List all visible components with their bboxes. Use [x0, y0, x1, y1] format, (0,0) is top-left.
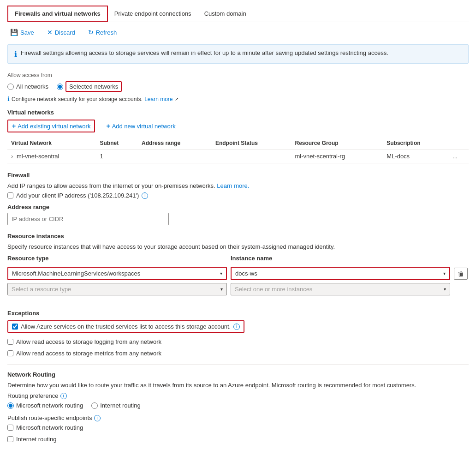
- address-range-input[interactable]: [7, 213, 169, 225]
- routing-preference-label-row: Routing preference i: [7, 392, 469, 399]
- routing-pref-info-icon[interactable]: i: [60, 393, 67, 399]
- trusted-services-checkbox[interactable]: [12, 324, 18, 330]
- col-subscription: Subscription: [383, 137, 449, 150]
- refresh-label: Refresh: [96, 29, 117, 36]
- refresh-button[interactable]: ↻ Refresh: [85, 27, 120, 38]
- selected-networks-option[interactable]: Selected networks: [57, 81, 122, 92]
- vnet-more-cell[interactable]: ...: [449, 150, 469, 163]
- metrics-label: Allow read access to storage metrics fro…: [16, 350, 161, 357]
- instance-name-label: Instance name: [231, 255, 450, 262]
- toolbar: 💾 Save ✕ Discard ↻ Refresh: [7, 27, 469, 38]
- logging-label: Allow read access to storage logging fro…: [16, 338, 161, 345]
- vnet-address-range-cell: [138, 150, 212, 163]
- resource-instances-section: Resource instances Specify resource inst…: [7, 233, 469, 295]
- tab-custom-domain[interactable]: Custom domain: [198, 6, 253, 21]
- trusted-services-label: Allow Azure services on the trusted serv…: [21, 323, 231, 330]
- tab-bar: Firewalls and virtual networks Private e…: [7, 6, 469, 22]
- publish-endpoints-info-icon[interactable]: i: [94, 415, 101, 421]
- add-existing-vnet-button[interactable]: + Add existing virtual network: [7, 120, 95, 132]
- col-address-range: Address range: [138, 137, 212, 150]
- save-label: Save: [20, 29, 34, 36]
- publish-endpoints-label: Publish route-specific endpoints: [7, 414, 92, 421]
- access-section: Allow access from All networks Selected …: [7, 72, 469, 102]
- vnet-subnet-cell: 1: [96, 150, 138, 163]
- resource-type-label: Resource type: [7, 255, 227, 262]
- empty-instance-placeholder: Select one or more instances: [235, 286, 312, 293]
- firewall-learn-more[interactable]: Learn more.: [217, 182, 249, 189]
- address-range-section: Address range: [7, 204, 469, 225]
- vnet-endpoint-status-cell: [212, 150, 292, 163]
- internet-routing-radio[interactable]: [91, 402, 98, 409]
- external-link-icon: ↗: [175, 96, 178, 102]
- internet-routing-option[interactable]: Internet routing: [91, 402, 140, 409]
- resource-type-dropdown[interactable]: Microsoft.MachineLearningServices/worksp…: [7, 267, 227, 280]
- save-button[interactable]: 💾 Save: [7, 27, 37, 38]
- col-actions: [449, 137, 469, 150]
- instance-name-col-header: Instance name: [231, 255, 450, 264]
- virtual-networks-section: Virtual networks + Add existing virtual …: [7, 109, 469, 163]
- col-virtual-network: Virtual Network: [7, 137, 96, 150]
- info-banner-text: Firewall settings allowing access to sto…: [21, 49, 388, 56]
- divider-1: [7, 303, 469, 303]
- empty-instance-dropdown[interactable]: Select one or more instances ▾: [231, 283, 450, 295]
- firewall-description: Add IP ranges to allow access from the i…: [7, 182, 469, 189]
- network-security-text: Configure network security for your stor…: [12, 96, 143, 102]
- routing-preference-label: Routing preference: [7, 392, 59, 399]
- client-ip-info-icon[interactable]: i: [142, 192, 148, 199]
- client-ip-checkbox[interactable]: [7, 192, 13, 198]
- publish-internet-row: Internet routing: [7, 436, 469, 443]
- table-row: › ml-vnet-scentral 1 ml-vnet-scentral-rg…: [7, 150, 469, 163]
- empty-resource-type-dropdown[interactable]: Select a resource type ▾: [7, 283, 227, 295]
- all-networks-label: All networks: [16, 83, 48, 90]
- delete-instance-container: 🗑: [454, 268, 469, 280]
- publish-microsoft-checkbox[interactable]: [7, 425, 13, 431]
- instance-name-dropdown[interactable]: docs-ws ▾: [231, 267, 450, 280]
- logging-checkbox[interactable]: [7, 339, 13, 345]
- firewall-title: Firewall: [7, 172, 469, 179]
- discard-icon: ✕: [47, 29, 53, 36]
- resource-instance-row-0: Microsoft.MachineLearningServices/worksp…: [7, 267, 469, 280]
- save-icon: 💾: [10, 29, 18, 36]
- delete-instance-button[interactable]: 🗑: [454, 268, 468, 280]
- empty-resource-type-placeholder: Select a resource type: [12, 286, 71, 293]
- row-chevron[interactable]: ›: [11, 153, 13, 160]
- publish-internet-checkbox[interactable]: [7, 436, 13, 442]
- network-security-learn-more[interactable]: Learn more: [144, 96, 173, 102]
- internet-routing-label: Internet routing: [100, 402, 140, 409]
- instance-name-dropdown-container: docs-ws ▾: [231, 267, 450, 280]
- plus-icon-2: +: [106, 122, 110, 130]
- info-banner: ℹ Firewall settings allowing access to s…: [7, 44, 469, 64]
- discard-label: Discard: [55, 29, 75, 36]
- metrics-checkbox[interactable]: [7, 350, 13, 356]
- col-endpoint-status: Endpoint Status: [212, 137, 292, 150]
- resource-instances-description: Specify resource instances that will hav…: [7, 243, 469, 250]
- add-existing-label: Add existing virtual network: [18, 123, 90, 130]
- selected-networks-label: Selected networks: [65, 81, 122, 92]
- all-networks-radio[interactable]: [7, 84, 14, 90]
- row-more-button[interactable]: ...: [452, 153, 458, 160]
- selected-networks-radio[interactable]: [57, 84, 63, 90]
- discard-button[interactable]: ✕ Discard: [44, 27, 78, 38]
- vnet-name: ml-vnet-scentral: [17, 153, 59, 160]
- microsoft-routing-radio[interactable]: [7, 402, 14, 409]
- microsoft-routing-option[interactable]: Microsoft network routing: [7, 402, 83, 409]
- tab-firewalls[interactable]: Firewalls and virtual networks: [7, 6, 108, 22]
- delete-col-header: [454, 255, 469, 264]
- add-new-vnet-button[interactable]: + Add new virtual network: [104, 120, 177, 132]
- virtual-networks-title: Virtual networks: [7, 109, 469, 116]
- client-ip-checkbox-row: Add your client IP address ('108.252.109…: [7, 192, 469, 199]
- trusted-services-info-icon[interactable]: i: [233, 324, 240, 330]
- client-ip-label: Add your client IP address ('108.252.109…: [16, 192, 139, 199]
- all-networks-option[interactable]: All networks: [7, 83, 48, 90]
- publish-endpoints-label-row: Publish route-specific endpoints i: [7, 414, 469, 421]
- plus-icon-1: +: [12, 122, 16, 130]
- virtual-networks-table: Virtual Network Subnet Address range End…: [7, 137, 469, 163]
- resource-instances-title: Resource instances: [7, 233, 469, 240]
- network-security-icon: ℹ: [7, 96, 10, 102]
- empty-resource-type-container: Select a resource type ▾: [7, 283, 227, 295]
- vnet-add-buttons: + Add existing virtual network + Add new…: [7, 120, 469, 132]
- empty-instance-container: Select one or more instances ▾: [231, 283, 450, 295]
- tab-private-endpoints[interactable]: Private endpoint connections: [108, 6, 198, 21]
- vnet-subscription-cell: ML-docs: [383, 150, 449, 163]
- network-routing-section: Network Routing Determine how you would …: [7, 371, 469, 443]
